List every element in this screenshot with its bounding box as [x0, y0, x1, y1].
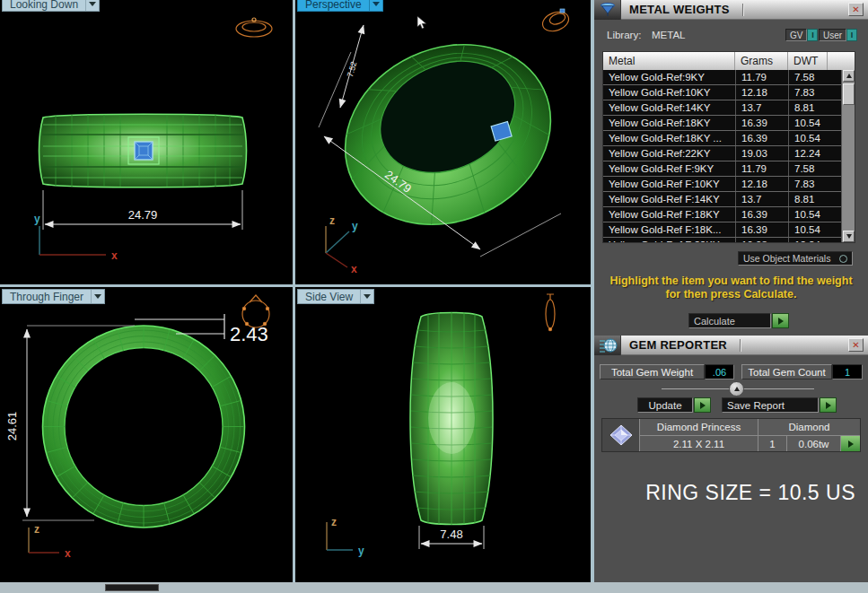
axis-y-label: y: [352, 220, 358, 232]
cell-dwt: 10.54: [788, 207, 841, 222]
table-row[interactable]: Yellow Gold-Ref F:18KY16.3910.54: [603, 207, 855, 222]
dimension-label-outer: 24.61: [5, 412, 19, 441]
titlebar-groove: [740, 339, 741, 352]
ring-render-top: 24.79 y x: [0, 0, 293, 284]
gem-size: 2.11 X 2.11: [640, 435, 758, 451]
scrollbar-thumb[interactable]: [843, 83, 855, 105]
cell-grams: 16.39: [735, 116, 788, 130]
axis-indicator: z x: [29, 523, 71, 560]
view-selector-through-finger[interactable]: Through Finger: [2, 289, 105, 304]
axis-x-label: x: [351, 263, 357, 275]
close-icon[interactable]: ✕: [848, 3, 864, 16]
mouse-cursor: [417, 16, 426, 29]
cell-grams: 16.39: [735, 207, 788, 222]
viewport-looking-down[interactable]: 24.79 y x Looking Down: [0, 0, 293, 284]
dropdown-arrow-icon[interactable]: [91, 290, 104, 303]
column-grams[interactable]: Grams: [735, 52, 788, 70]
cell-grams: 12.18: [735, 85, 788, 100]
calculate-button[interactable]: [772, 313, 789, 328]
ring-render-perspective: 7.52 24.79 z y x: [295, 0, 591, 284]
cell-grams: 16.39: [735, 222, 788, 237]
cell-dwt: 10.54: [788, 222, 841, 237]
viewport-through-finger[interactable]: 2.43 24.61 z x Through Finger: [0, 287, 293, 582]
viewport-perspective[interactable]: 7.52 24.79 z y x Perspective: [295, 0, 591, 284]
view-selector-side-view[interactable]: Side View: [297, 289, 374, 304]
cell-dwt: 8.81: [788, 192, 841, 206]
view-selector-looking-down[interactable]: Looking Down: [2, 0, 100, 12]
column-dwt[interactable]: DWT: [788, 52, 828, 70]
metal-weights-titlebar[interactable]: METAL WEIGHTS ✕: [594, 0, 868, 20]
cell-dwt: 12.24: [788, 146, 841, 161]
table-rows: Yellow Gold-Ref:9KY11.797.58 Yellow Gold…: [603, 70, 855, 242]
table-row[interactable]: Yellow Gold-Ref:22KY19.0312.24: [603, 146, 855, 161]
cell-metal: Yellow Gold-Ref F:18K...: [603, 222, 735, 237]
table-row[interactable]: Yellow Gold-Ref:18KY ...16.3910.54: [603, 131, 855, 146]
view-selector-label: Looking Down: [3, 0, 85, 11]
view-selector-label: Perspective: [298, 0, 369, 11]
update-button[interactable]: [694, 397, 711, 413]
arrow-right-icon: [848, 440, 854, 448]
dimension-label: 7.48: [440, 528, 462, 541]
use-object-materials-toggle[interactable]: Use Object Materials: [738, 251, 853, 266]
save-report-button[interactable]: [820, 397, 837, 413]
table-row[interactable]: Yellow Gold-Ref F:22KY19.0312.24: [603, 238, 855, 242]
scroll-up-icon[interactable]: [843, 70, 855, 82]
cell-metal: Yellow Gold-Ref:18KY: [603, 116, 735, 130]
dimension-label: 24.79: [128, 208, 158, 222]
panel-slider-handle[interactable]: [729, 381, 744, 397]
close-icon[interactable]: ✕: [848, 338, 864, 352]
view-selector-label: Side View: [298, 291, 360, 303]
dimension-width: 24.79: [43, 190, 242, 230]
axis-x-label: x: [65, 547, 71, 560]
taskbar-strip: [0, 582, 868, 593]
gem-summary-row[interactable]: Diamond Princess Diamond 2.11 X 2.11 1 0…: [601, 418, 861, 452]
library-label: Library:: [607, 30, 641, 40]
princess-gem-icon: [602, 419, 640, 451]
table-row[interactable]: Yellow Gold-Ref F:14KY13.78.81: [603, 192, 855, 207]
table-row[interactable]: Yellow Gold-Ref F:18K...16.3910.54: [603, 222, 855, 238]
table-row[interactable]: Yellow Gold-Ref F:9KY11.797.58: [603, 161, 855, 177]
total-gem-count-label: Total Gem Count: [741, 364, 832, 379]
table-row[interactable]: Yellow Gold-Ref:18KY16.3910.54: [603, 116, 855, 131]
gv-button[interactable]: GV I: [785, 29, 818, 41]
cell-dwt: 10.54: [788, 131, 841, 145]
scroll-down-icon[interactable]: [843, 231, 855, 242]
dimension-label-thickness: 2.43: [230, 323, 268, 345]
viewport-side-view[interactable]: 7.48 z y Side View: [295, 287, 591, 582]
table-scrollbar[interactable]: [841, 70, 855, 242]
cell-metal: Yellow Gold-Ref:22KY: [603, 146, 735, 161]
gem-type: Diamond: [758, 419, 860, 435]
axis-y-label: y: [34, 213, 40, 225]
viewport-divider-vertical[interactable]: [293, 0, 295, 582]
update-field[interactable]: Update: [637, 397, 693, 413]
cell-dwt: 10.54: [788, 116, 841, 130]
ring-orientation-icon: [539, 8, 571, 34]
cell-metal: Yellow Gold-Ref:14KY: [603, 100, 735, 115]
cell-metal: Yellow Gold-Ref F:18KY: [603, 207, 735, 222]
cell-dwt: 7.83: [788, 85, 841, 100]
table-row[interactable]: Yellow Gold-Ref:9KY11.797.58: [603, 70, 855, 85]
save-report-field[interactable]: Save Report: [722, 397, 819, 413]
gem-reporter-titlebar[interactable]: GEM REPORTER ✕: [594, 336, 868, 355]
dropdown-arrow-icon[interactable]: [360, 290, 373, 303]
viewport-divider-horizontal[interactable]: [0, 284, 591, 287]
cell-metal: Yellow Gold-Ref:18KY ...: [603, 131, 735, 145]
cell-grams: 19.03: [735, 238, 788, 242]
dropdown-arrow-icon[interactable]: [369, 0, 382, 11]
view-selector-perspective[interactable]: Perspective: [297, 0, 383, 12]
total-gem-weight-value: .06: [705, 364, 734, 379]
table-row[interactable]: Yellow Gold-Ref:10KY12.187.83: [603, 85, 855, 100]
user-button[interactable]: User I: [819, 29, 857, 41]
radio-indicator-icon[interactable]: [839, 255, 847, 263]
app-window: 24.79 y x Looking Down: [0, 0, 868, 593]
table-row[interactable]: Yellow Gold-Ref:14KY13.78.81: [603, 100, 855, 116]
calculate-field[interactable]: Calculate: [688, 313, 771, 328]
table-row[interactable]: Yellow Gold-Ref F:10KY12.187.83: [603, 177, 855, 192]
table-header[interactable]: Metal Grams DWT: [603, 52, 855, 70]
dropdown-arrow-icon[interactable]: [85, 0, 99, 11]
total-gem-count-value: 1: [832, 364, 863, 379]
cell-metal: Yellow Gold-Ref F:22KY: [603, 238, 735, 242]
column-metal[interactable]: Metal: [603, 52, 735, 70]
taskbar-item[interactable]: [105, 584, 159, 591]
gem-row-button[interactable]: [840, 435, 860, 451]
